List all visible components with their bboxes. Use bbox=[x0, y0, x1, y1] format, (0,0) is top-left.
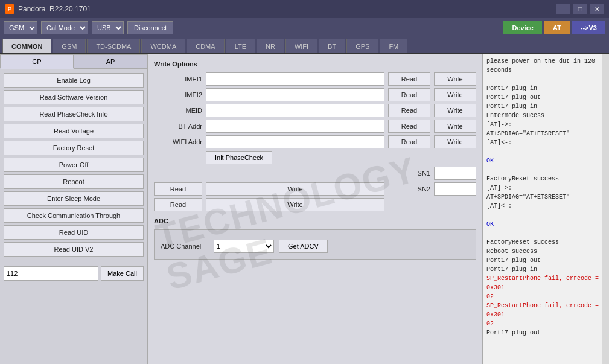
init-phasecheck-button[interactable]: Init PhaseCheck bbox=[206, 151, 272, 164]
calmode-select[interactable]: Cal Mode bbox=[41, 21, 88, 34]
log-line: 02 bbox=[486, 319, 605, 328]
wifi-addr-label: WIFI Addr bbox=[154, 138, 202, 145]
wifi-addr-input[interactable] bbox=[206, 135, 384, 148]
read-phasecheck-info-button[interactable]: Read PhaseCheck Info bbox=[4, 107, 144, 121]
reboot-button[interactable]: Reboot bbox=[4, 174, 144, 189]
window-controls: – □ ✕ bbox=[556, 4, 604, 14]
close-button[interactable]: ✕ bbox=[590, 4, 604, 14]
read-voltage-button[interactable]: Read Voltage bbox=[4, 124, 144, 138]
read-uid-v2-button[interactable]: Read UID V2 bbox=[4, 242, 144, 257]
log-line: [AT]<-: bbox=[486, 138, 605, 147]
wifi-addr-read-button[interactable]: Read bbox=[388, 135, 430, 148]
check-communication-through-button[interactable]: Check Communication Through bbox=[4, 208, 144, 223]
tab-tdscdma[interactable]: TD-SCDMA bbox=[87, 39, 140, 53]
log-line: Port17 plug out bbox=[486, 93, 605, 102]
bt-addr-label: BT Addr bbox=[154, 123, 202, 130]
imei1-read-button[interactable]: Read bbox=[388, 72, 430, 86]
read-uid-button[interactable]: Read UID bbox=[4, 225, 144, 240]
tab-wifi[interactable]: WIFI bbox=[285, 39, 317, 53]
tab-bt[interactable]: BT bbox=[319, 39, 345, 53]
adc-title: ADC bbox=[154, 217, 476, 225]
log-line: Port17 plug in bbox=[486, 265, 605, 274]
log-line: FactoryReset success bbox=[486, 238, 605, 247]
tab-lte[interactable]: LTE bbox=[226, 39, 255, 53]
bt-addr-read-button[interactable]: Read bbox=[388, 120, 430, 133]
meid-label: MEID bbox=[154, 107, 202, 114]
log-content[interactable]: please power on the dut in 120 seconds P… bbox=[483, 54, 609, 364]
imei1-input[interactable] bbox=[206, 72, 384, 86]
sn2-input[interactable] bbox=[434, 182, 476, 196]
disconnect-button[interactable]: Disconnect bbox=[127, 21, 173, 34]
tab-wcdma[interactable]: WCDMA bbox=[141, 39, 185, 53]
sn1-input[interactable] bbox=[434, 167, 476, 180]
tab-nr[interactable]: NR bbox=[257, 39, 284, 53]
meid-input[interactable] bbox=[206, 104, 384, 117]
make-call-button[interactable]: Make Call bbox=[101, 266, 144, 281]
left-buttons: Enable LogRead Software VersionRead Phas… bbox=[0, 69, 147, 260]
factory-reset-button[interactable]: Factory Reset bbox=[4, 141, 144, 155]
imei2-write-button[interactable]: Write bbox=[434, 88, 476, 101]
imei2-input[interactable] bbox=[206, 88, 384, 101]
tab-cdma[interactable]: CDMA bbox=[187, 39, 224, 53]
adc-channel-select[interactable]: 1234 bbox=[214, 240, 274, 253]
phone-input[interactable] bbox=[4, 266, 98, 281]
bt-addr-write-button[interactable]: Write bbox=[434, 120, 476, 133]
adc-inner: ADC Channel 1234 Get ADCV bbox=[154, 229, 476, 260]
device-button[interactable]: Device bbox=[503, 21, 541, 34]
tab-fm[interactable]: FM bbox=[380, 39, 407, 53]
get-adcv-button[interactable]: Get ADCV bbox=[279, 240, 328, 253]
enable-log-button[interactable]: Enable Log bbox=[4, 73, 144, 88]
imei1-label: IMEI1 bbox=[154, 75, 202, 83]
log-line: 02 bbox=[486, 292, 605, 301]
sn2-label: SN2 bbox=[388, 185, 430, 193]
enter-sleep-mode-button[interactable]: Enter Sleep Mode bbox=[4, 191, 144, 206]
log-line: AT+SPDIAG="AT+ETSRESET" bbox=[486, 193, 605, 202]
wifi-addr-write-button[interactable]: Write bbox=[434, 135, 476, 148]
log-line: Port17 plug out bbox=[486, 256, 605, 265]
power-off-button[interactable]: Power Off bbox=[4, 158, 144, 172]
log-line: AT+SPDIAG="AT+ETSRESET" bbox=[486, 129, 605, 138]
main-content: CPAP Enable LogRead Software VersionRead… bbox=[0, 54, 609, 364]
center-panel: Write Options IMEI1ReadWriteIMEI2ReadWri… bbox=[148, 54, 482, 364]
adc-section: ADC ADC Channel 1234 Get ADCV bbox=[154, 217, 476, 260]
minimize-button[interactable]: – bbox=[556, 4, 570, 14]
log-line: OK bbox=[486, 156, 605, 165]
log-line: [AT]<-: bbox=[486, 202, 605, 211]
sub-tab-cp[interactable]: CP bbox=[0, 54, 74, 69]
imei2-read-button[interactable]: Read bbox=[388, 88, 430, 101]
app-icon: P bbox=[5, 4, 14, 14]
sn1-write-button[interactable]: Write bbox=[206, 182, 384, 196]
sn1-read-button[interactable]: Read bbox=[154, 182, 202, 196]
maximize-button[interactable]: □ bbox=[573, 4, 587, 14]
tab-gps[interactable]: GPS bbox=[346, 39, 378, 53]
title-text: Pandora_R22.20.1701 bbox=[18, 5, 91, 13]
bt-addr-input[interactable] bbox=[206, 120, 384, 133]
mode-select[interactable]: GSM bbox=[4, 21, 37, 34]
imei1-write-button[interactable]: Write bbox=[434, 72, 476, 86]
log-line bbox=[486, 165, 605, 174]
sn2-read-button[interactable]: Read bbox=[154, 198, 202, 211]
init-phasecheck-row: Init PhaseCheck bbox=[206, 151, 476, 164]
write-options-title: Write Options bbox=[154, 60, 476, 68]
port-select[interactable]: USB bbox=[92, 21, 124, 34]
log-line bbox=[486, 75, 605, 84]
adc-channel-label: ADC Channel bbox=[161, 243, 209, 250]
tab-bar: COMMONGSMTD-SCDMAWCDMACDMALTENRWIFIBTGPS… bbox=[0, 37, 609, 54]
tab-gsm[interactable]: GSM bbox=[53, 39, 86, 53]
write-options-grid: IMEI1ReadWriteIMEI2ReadWriteMEIDReadWrit… bbox=[154, 72, 476, 211]
sn2-write-button[interactable]: Write bbox=[206, 198, 384, 211]
at-button[interactable]: AT bbox=[544, 21, 570, 34]
log-line: Entermode sucess bbox=[486, 111, 605, 120]
sub-tab-ap[interactable]: AP bbox=[74, 54, 147, 69]
log-line: SP_RestartPhone fail, errcode = 0x301 bbox=[486, 301, 605, 319]
read-software-version-button[interactable]: Read Software Version bbox=[4, 90, 144, 104]
log-line: SP_RestartPhone fail, errcode = 0x301 bbox=[486, 274, 605, 292]
log-line: [AT]->: bbox=[486, 120, 605, 129]
log-line: FactoryReset success bbox=[486, 174, 605, 184]
log-scrollbar[interactable] bbox=[602, 54, 609, 364]
sn1-label: SN1 bbox=[388, 170, 430, 177]
meid-read-button[interactable]: Read bbox=[388, 104, 430, 117]
v3-button[interactable]: -->V3 bbox=[572, 21, 605, 34]
meid-write-button[interactable]: Write bbox=[434, 104, 476, 117]
tab-common[interactable]: COMMON bbox=[2, 39, 51, 53]
